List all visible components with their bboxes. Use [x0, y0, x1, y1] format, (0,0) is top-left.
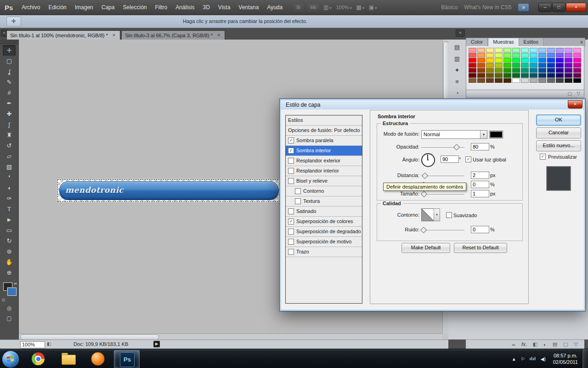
lasso-tool[interactable]: ʆ: [3, 66, 16, 77]
adjustment-layer-icon[interactable]: ◐: [543, 342, 547, 347]
style-item-resplandor-exterior[interactable]: Resplandor exterior: [286, 156, 362, 166]
style-item-contorno[interactable]: Contorno: [286, 186, 362, 196]
photoshop-taskbar-button[interactable]: Ps: [114, 350, 140, 368]
color-swatch[interactable]: [565, 68, 572, 73]
color-swatch[interactable]: [530, 68, 537, 73]
color-swatch[interactable]: [512, 63, 520, 68]
3d-rotate-tool[interactable]: ↻: [3, 236, 16, 246]
color-swatch[interactable]: [477, 48, 485, 52]
color-swatch[interactable]: [565, 78, 572, 83]
color-swatch[interactable]: [503, 78, 511, 83]
style-item-superposicion-de-motivo[interactable]: Superposición de motivo: [286, 237, 362, 247]
color-swatch[interactable]: [477, 78, 485, 83]
color-swatch[interactable]: [547, 63, 555, 68]
style-item-resplandor-interior[interactable]: Resplandor interior: [286, 166, 362, 176]
dodge-tool[interactable]: ◖: [3, 183, 16, 193]
color-swatch[interactable]: [556, 68, 564, 73]
new-swatch-icon[interactable]: ▢: [568, 91, 572, 96]
taskbar-clock[interactable]: 08:57 p.m. 02/05/2011: [550, 352, 581, 365]
dock-panel-icon-3[interactable]: ✦: [452, 65, 463, 75]
eyedropper-tool[interactable]: ✒: [3, 98, 16, 109]
maximize-button[interactable]: □: [552, 3, 565, 12]
cancel-button[interactable]: Cancelar: [536, 127, 581, 138]
color-swatch[interactable]: [573, 58, 581, 63]
menu-item-3d[interactable]: 3D: [199, 0, 214, 15]
document-tab-active[interactable]: Sin título-1 al 100% (mendotronic, RGB/8…: [6, 30, 120, 40]
color-swatch[interactable]: [538, 48, 546, 52]
path-selection-tool[interactable]: ►: [3, 214, 16, 225]
color-swatch[interactable]: [477, 68, 485, 73]
color-swatch[interactable]: [547, 73, 555, 78]
history-brush-tool[interactable]: ↺: [3, 140, 16, 151]
color-swatch[interactable]: [495, 58, 503, 63]
opacity-slider-thumb[interactable]: [453, 144, 460, 150]
selection-marching-ants[interactable]: mendotronic: [57, 179, 281, 202]
color-swatch[interactable]: [477, 53, 485, 58]
mendotronic-button-graphic[interactable]: mendotronic: [59, 181, 279, 200]
color-swatch[interactable]: [521, 68, 529, 73]
color-swatch[interactable]: [512, 78, 520, 83]
color-swatch[interactable]: [486, 78, 494, 83]
color-swatch[interactable]: [530, 63, 537, 68]
color-swatch[interactable]: [469, 48, 476, 52]
color-swatch[interactable]: [573, 48, 581, 52]
eraser-tool[interactable]: ▱: [3, 151, 16, 161]
healing-brush-tool[interactable]: ✚: [3, 109, 16, 119]
color-swatch[interactable]: [495, 78, 503, 83]
blending-options-row[interactable]: Opciones de fusión: Por defecto: [286, 126, 362, 136]
noise-slider[interactable]: [421, 230, 464, 231]
color-swatch[interactable]: [495, 73, 503, 78]
crop-tool[interactable]: #: [3, 87, 16, 98]
whats-new-menu[interactable]: What's New in CS5: [464, 4, 511, 11]
current-tool-icon[interactable]: ✛: [6, 17, 21, 27]
noise-value-field[interactable]: 0: [471, 226, 489, 233]
swap-colors-icon[interactable]: ⇄: [14, 282, 17, 286]
color-swatch[interactable]: [573, 73, 581, 78]
show-hidden-icons-button[interactable]: ▲: [512, 356, 516, 362]
start-button[interactable]: [2, 351, 19, 368]
menu-item-imagen[interactable]: Imagen: [71, 0, 97, 15]
color-swatch[interactable]: [495, 68, 503, 73]
tab-close-icon[interactable]: ×: [216, 32, 221, 38]
color-swatch[interactable]: [521, 58, 529, 63]
quick-mask-button[interactable]: ◎: [3, 304, 16, 313]
layer-style-icon[interactable]: fx.: [521, 342, 527, 347]
dock-collapse-button[interactable]: «: [456, 29, 465, 37]
color-swatch[interactable]: [495, 63, 503, 68]
checkbox-superposicion-de-degradado[interactable]: [288, 229, 294, 235]
color-swatch[interactable]: [573, 53, 581, 58]
checkbox-resplandor-interior[interactable]: [288, 168, 294, 174]
contour-preview[interactable]: [421, 208, 434, 221]
link-layers-icon[interactable]: ∞: [512, 342, 515, 347]
ok-button[interactable]: OK: [536, 115, 581, 126]
color-swatch[interactable]: [469, 73, 476, 78]
style-item-bisel-y-relieve[interactable]: Bisel y relieve: [286, 176, 362, 186]
color-swatch[interactable]: [503, 48, 511, 52]
tab-color[interactable]: Color: [466, 38, 488, 46]
pen-tool[interactable]: ✑: [3, 193, 16, 204]
layer-mask-icon[interactable]: ◧: [533, 341, 537, 347]
angle-dial[interactable]: [421, 153, 435, 167]
color-swatch[interactable]: [556, 53, 564, 58]
color-swatch[interactable]: [512, 58, 520, 63]
color-swatch[interactable]: [556, 73, 564, 78]
checkbox-sombra-interior[interactable]: ✓: [288, 148, 294, 154]
color-swatch[interactable]: [530, 48, 537, 52]
distance-value-field[interactable]: 2: [471, 172, 489, 179]
document-tab-inactive[interactable]: Sin título-3 al 66,7% (Capa 3, RGB/8) *×: [121, 30, 225, 40]
color-swatch[interactable]: [512, 48, 520, 52]
color-swatch[interactable]: [486, 73, 494, 78]
color-swatch[interactable]: [503, 73, 511, 78]
color-swatch[interactable]: [538, 68, 546, 73]
dialog-title-bar[interactable]: Estilo de capa: [281, 100, 584, 109]
color-swatch[interactable]: [547, 48, 555, 52]
color-swatch[interactable]: [469, 78, 476, 83]
menu-item-vista[interactable]: Vista: [214, 0, 234, 15]
opacity-slider[interactable]: [421, 147, 464, 148]
menu-item-ayuda[interactable]: Ayuda: [263, 0, 287, 15]
show-desktop-button[interactable]: [582, 349, 588, 368]
noise-slider-thumb[interactable]: [420, 227, 427, 233]
dock-panel-icon-2[interactable]: ▥: [452, 54, 463, 63]
horizontal-scrollbar[interactable]: [18, 334, 442, 340]
menu-item-analisis[interactable]: Análisis: [171, 0, 198, 15]
